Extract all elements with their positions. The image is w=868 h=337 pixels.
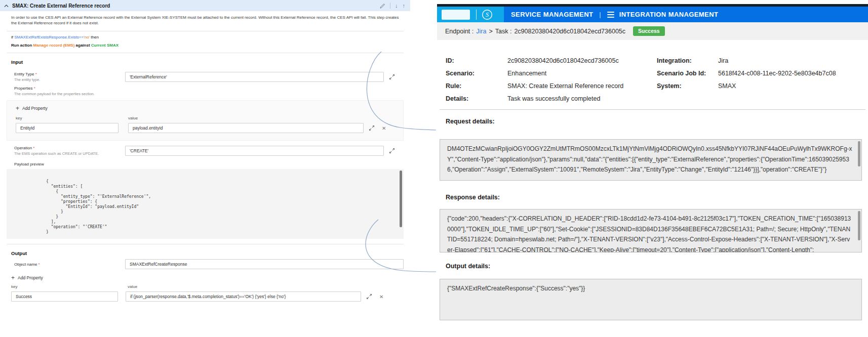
svg-text:S: S bbox=[486, 11, 489, 18]
request-details-box[interactable]: DM4OTEzMCwianRpIjoiOGY0OGY2ZmUtMTRmOS00M… bbox=[440, 139, 862, 181]
system-label: System: bbox=[657, 82, 718, 90]
code-scrollbar[interactable] bbox=[400, 171, 402, 227]
output-details-box[interactable]: {"SMAXExtRefCreateResponse":{"Success":"… bbox=[440, 279, 862, 320]
properties-label: Properties * bbox=[14, 86, 410, 91]
divider bbox=[7, 244, 404, 244]
output-section-title: Output bbox=[11, 250, 410, 256]
move-down-icon[interactable]: ↓ bbox=[395, 3, 398, 9]
divider bbox=[7, 31, 404, 31]
rule-value: SMAX: Create External Reference record bbox=[507, 82, 657, 90]
service-management-title[interactable]: SERVICE MANAGEMENT bbox=[511, 11, 593, 18]
object-name-input[interactable]: SMAXExtRefCreateResponse bbox=[125, 259, 404, 269]
property-value-input[interactable]: payload.entityId bbox=[128, 123, 364, 133]
response-details-box[interactable]: {"code":200,"headers":{"X-CORRELATION_ID… bbox=[440, 209, 862, 252]
entity-type-label: Entity Type * bbox=[14, 72, 125, 76]
scenario-job-id-value: 5618f424-c008-11ec-9202-5e803e4b7c08 bbox=[718, 70, 868, 77]
system-value: SMAX bbox=[718, 82, 868, 90]
condition-value: 'no' bbox=[84, 35, 90, 39]
endpoint-label: Endpoint : bbox=[445, 28, 474, 35]
condition-line: if SMAXExtRefExistsResponse.Exists=='no'… bbox=[11, 35, 410, 39]
run-action-name[interactable]: Manage record (EMS) bbox=[33, 43, 75, 48]
divider bbox=[7, 53, 404, 53]
move-up-icon[interactable]: ↑ bbox=[403, 3, 406, 9]
operation-label: Operation * bbox=[14, 146, 125, 150]
object-name-row: Object name * SMAXExtRefCreateResponse bbox=[14, 259, 410, 269]
brand-area: S bbox=[437, 7, 504, 22]
status-badge: Success bbox=[633, 26, 665, 36]
integration-label: Integration: bbox=[657, 57, 718, 64]
operation-input[interactable]: 'CREATE' bbox=[125, 146, 384, 156]
run-action-target[interactable]: Current SMAX bbox=[91, 43, 119, 48]
request-scrollbar[interactable] bbox=[858, 141, 860, 166]
output-property-row: Success if (json_parser(response.data,'$… bbox=[11, 291, 410, 302]
plus-icon: + bbox=[11, 275, 15, 280]
properties-panel: + Add Property key value EntityId payloa… bbox=[7, 100, 404, 141]
workflow-step-panel: SMAX: Create External Reference record ↓… bbox=[0, 0, 410, 302]
properties-label-block: Properties * The common payload for the … bbox=[14, 86, 410, 96]
task-details-grid: ID: 2c90820380420d6c018042ecd736005c Int… bbox=[446, 57, 868, 102]
value-column-header: value bbox=[128, 284, 137, 289]
add-property-button[interactable]: + Add Property bbox=[11, 275, 410, 280]
header-separator bbox=[390, 3, 390, 9]
property-row: EntityId payload.entityId ✕ bbox=[16, 123, 403, 133]
scenario-job-id-label: Scenario Job Id: bbox=[657, 70, 718, 77]
endpoint-link[interactable]: Jira bbox=[476, 28, 486, 35]
logo-separator bbox=[476, 10, 477, 20]
response-details-title: Response details: bbox=[446, 194, 868, 201]
output-payload-text: {"SMAXExtRefCreateResponse":{"Success":"… bbox=[447, 285, 585, 292]
expand-icon[interactable] bbox=[368, 124, 375, 132]
company-logo bbox=[442, 10, 470, 20]
operation-hint: The EMS operation such as CREATE or UPDA… bbox=[14, 151, 125, 156]
scenario-label: Scenario: bbox=[446, 70, 507, 77]
remove-property-icon[interactable]: ✕ bbox=[382, 125, 386, 131]
value-column-header: value bbox=[128, 116, 138, 120]
step-title: SMAX: Create External Reference record bbox=[12, 3, 110, 9]
breadcrumb-separator: > bbox=[489, 28, 492, 35]
entity-type-input[interactable]: 'ExternalReference' bbox=[125, 72, 384, 82]
response-scrollbar[interactable] bbox=[858, 211, 860, 240]
edit-pencil-icon[interactable] bbox=[379, 3, 385, 9]
condition-expression[interactable]: SMAXExtRefExistsResponse.Exists== bbox=[14, 35, 84, 39]
rule-label: Rule: bbox=[446, 82, 507, 90]
run-action-line: Run action Manage record (EMS) against C… bbox=[11, 43, 410, 48]
details-value: Task was successfully completed bbox=[507, 95, 657, 102]
divider bbox=[440, 109, 865, 110]
integration-value: Jira bbox=[718, 57, 868, 64]
scenario-value: Enhancement bbox=[507, 70, 657, 77]
remove-property-icon[interactable]: ✕ bbox=[379, 294, 383, 300]
expand-icon[interactable] bbox=[388, 147, 396, 154]
service-management-logo-icon: S bbox=[482, 9, 493, 20]
entity-type-row: Entity Type * The entity type. 'External… bbox=[14, 72, 410, 82]
task-label: Task : bbox=[495, 28, 512, 35]
output-details-title: Output details: bbox=[446, 263, 868, 270]
integration-management-title[interactable]: INTEGRATION MANAGEMENT bbox=[619, 11, 719, 18]
output-value-input[interactable]: if (json_parser(response.data,'$.meta.co… bbox=[126, 291, 361, 302]
step-description: In order to use the CES API an External … bbox=[11, 15, 399, 26]
request-details-title: Request details: bbox=[446, 118, 868, 125]
object-name-label: Object name * bbox=[14, 262, 125, 267]
integration-management-panel: S SERVICE MANAGEMENT | INTEGRATION MANAG… bbox=[437, 4, 868, 320]
operation-row: Operation * The EMS operation such as CR… bbox=[14, 146, 410, 156]
payload-preview-code[interactable]: { "entities": [ { "entity_type": "'Exter… bbox=[7, 169, 404, 239]
id-value: 2c90820380420d6c018042ecd736005c bbox=[507, 57, 657, 64]
expand-icon[interactable] bbox=[388, 73, 396, 80]
property-key-input[interactable]: EntityId bbox=[16, 123, 119, 133]
key-column-header: key bbox=[16, 116, 128, 120]
brand-divider: | bbox=[599, 11, 601, 18]
entity-type-hint: The entity type. bbox=[14, 77, 125, 82]
add-property-button[interactable]: + Add Property bbox=[16, 106, 403, 111]
menu-icon[interactable] bbox=[607, 11, 614, 18]
plus-icon: + bbox=[16, 106, 19, 111]
payload-preview-label: Payload preview bbox=[14, 162, 410, 166]
step-header[interactable]: SMAX: Create External Reference record ↓… bbox=[0, 0, 410, 11]
output-key-input[interactable]: Success bbox=[11, 291, 118, 302]
expand-icon[interactable] bbox=[366, 293, 373, 300]
payload-json: { "entities": [ { "entity_type": "'Exter… bbox=[7, 169, 404, 235]
collapse-chevron-icon[interactable] bbox=[4, 4, 9, 8]
app-header-bar: S SERVICE MANAGEMENT | INTEGRATION MANAG… bbox=[437, 7, 868, 22]
id-label: ID: bbox=[446, 57, 507, 64]
properties-hint: The common payload for the properties se… bbox=[14, 92, 410, 96]
input-section-title: Input bbox=[11, 59, 410, 65]
request-payload-text: DM4OTEzMCwianRpIjoiOGY0OGY2ZmUtMTRmOS00M… bbox=[447, 145, 852, 173]
breadcrumb: Endpoint : Jira > Task : 2c90820380420d6… bbox=[437, 22, 868, 40]
